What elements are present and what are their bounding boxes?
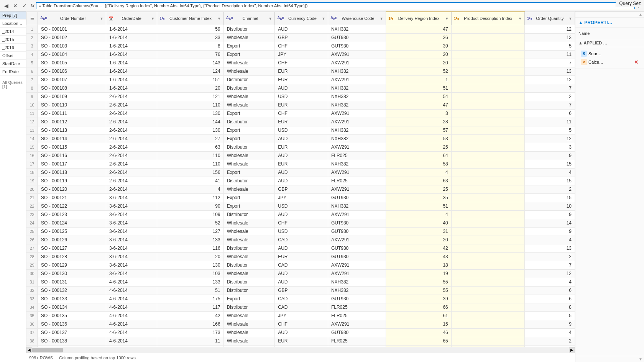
cell-channel: Export [223, 109, 274, 118]
cell-channel: Wholesale [223, 59, 274, 67]
sidebar-item-2014[interactable]: _2014 [0, 28, 26, 36]
table-row: 10SO - 0001102-6-2014110WholesaleEURNXH3… [26, 101, 575, 109]
cancel-button[interactable]: ✕ [11, 1, 20, 10]
scroll-thumb[interactable] [32, 348, 63, 352]
cell-channel: Wholesale [223, 252, 274, 261]
col-filter-ordernumber[interactable]: ▼ [100, 16, 104, 21]
col-header-ordernumber[interactable]: Abc OrderNumber ▼ [38, 12, 106, 25]
applied-step-source[interactable]: S Sour… [578, 49, 641, 58]
col-header-customernameindex[interactable]: 1²₃ Customer Name Index ▼ [157, 12, 223, 25]
sidebar-item-offset[interactable]: Offset [0, 52, 26, 60]
cell-customernameindex: 59 [157, 25, 223, 33]
cell-warehousecode: NXH382 [328, 92, 386, 101]
sidebar-item-2015[interactable]: _2015 [0, 36, 26, 44]
row-number: 37 [26, 328, 38, 337]
cell-productdescriptionindex [451, 143, 524, 151]
step-delete-calc[interactable]: ✕ [634, 59, 639, 65]
cell-productdescriptionindex [451, 303, 524, 311]
sidebar-item-2016[interactable]: _2016 [0, 44, 26, 52]
sidebar-item-prep[interactable]: Prep [7] [0, 11, 26, 20]
col-filter-orderquantity[interactable]: ▼ [568, 16, 572, 21]
row-number: 22 [26, 202, 38, 210]
cell-channel: Wholesale [223, 160, 274, 168]
cell-orderquantity: 4 [524, 236, 575, 244]
right-panel-scroll-up[interactable]: ▲ [639, 12, 642, 16]
cell-warehousecode: NXH382 [328, 202, 386, 210]
cell-orderquantity: 5 [524, 126, 575, 134]
sidebar-item-enddate[interactable]: EndDate [0, 68, 26, 76]
cell-warehousecode: FLR025 [328, 337, 386, 345]
table-row: 15SO - 0001152-6-201463DistributorEURAXW… [26, 143, 575, 151]
cell-orderdate: 2-6-2014 [106, 126, 157, 134]
rows-count: 999+ ROWS [29, 355, 53, 360]
col-header-orderquantity[interactable]: 1²₃ Order Quantity ▼ [524, 12, 575, 25]
row-number: 24 [26, 219, 38, 227]
cell-ordernumber: SO - 000108 [38, 84, 106, 92]
applied-step-calc[interactable]: × Calcu… ✕ [578, 58, 641, 66]
horizontal-scrollbar[interactable]: ◀ ▶ [26, 347, 575, 353]
right-panel-scroll-down[interactable]: ▼ [639, 357, 642, 361]
cell-ordernumber: SO - 000128 [38, 252, 106, 261]
cell-orderquantity: 4 [524, 328, 575, 337]
cell-currencycode: CAD [275, 303, 328, 311]
cell-warehousecode: NXH382 [328, 278, 386, 286]
sidebar-item-location[interactable]: Location (CL… [0, 20, 26, 28]
cell-ordernumber: SO - 000104 [38, 50, 106, 59]
cell-ordernumber: SO - 000120 [38, 185, 106, 193]
col-filter-deliveryregionindex[interactable]: ▼ [445, 16, 449, 21]
cell-deliveryregionindex: 63 [386, 177, 452, 185]
table-row: 16SO - 0001162-6-2014110WholesaleAUDFLR0… [26, 151, 575, 160]
cell-orderquantity: 2 [524, 252, 575, 261]
cell-orderquantity: 11 [524, 118, 575, 126]
cell-warehousecode: FLR025 [328, 177, 386, 185]
cell-orderdate: 1-6-2014 [106, 75, 157, 84]
row-number: 17 [26, 160, 38, 168]
collapse-button[interactable]: ◀ [2, 1, 11, 10]
accept-button[interactable]: ✓ [20, 1, 29, 10]
table-row: 19SO - 0001192-6-201441DistributorAUDFLR… [26, 177, 575, 185]
cell-deliveryregionindex: 19 [386, 269, 452, 278]
sidebar-item-startdate[interactable]: StartDate [0, 60, 26, 68]
cell-ordernumber: SO - 000115 [38, 143, 106, 151]
table-row: 20SO - 0001202-6-20144WholesaleGBPAXW291… [26, 185, 575, 193]
cell-channel: Wholesale [223, 269, 274, 278]
cell-currencycode: JPY [275, 311, 328, 320]
cell-deliveryregionindex: 42 [386, 244, 452, 252]
cell-productdescriptionindex [451, 134, 524, 143]
col-header-deliveryregionindex[interactable]: 1²₃ Delivery Region Index ▼ [386, 12, 452, 25]
cell-currencycode: AUD [275, 177, 328, 185]
scroll-left-button[interactable]: ◀ [26, 347, 32, 353]
table-wrapper[interactable]: ☰ Abc OrderNumber ▼ [26, 11, 575, 347]
cell-ordernumber: SO - 000111 [38, 109, 106, 118]
row-number: 18 [26, 168, 38, 177]
col-header-channel[interactable]: Abc Channel ▼ [223, 12, 274, 25]
cell-orderdate: 1-6-2014 [106, 59, 157, 67]
cell-channel: Export [223, 168, 274, 177]
col-filter-customernameindex[interactable]: ▼ [217, 16, 221, 21]
formula-input[interactable] [36, 2, 635, 9]
col-header-warehousecode[interactable]: Abc Warehouse Code ▼ [328, 12, 386, 25]
scroll-right-button[interactable]: ▶ [569, 347, 575, 353]
col-header-currencycode[interactable]: Abc Currency Code ▼ [275, 12, 328, 25]
cell-orderdate: 4-6-2014 [106, 320, 157, 328]
col-filter-orderdate[interactable]: ▼ [151, 16, 154, 21]
col-filter-warehousecode[interactable]: ▼ [380, 16, 383, 21]
col-header-productdescindex[interactable]: 1²₃ Product Description Index ▼ [451, 12, 524, 25]
cell-orderquantity: 10 [524, 202, 575, 210]
cell-ordernumber: SO - 000114 [38, 134, 106, 143]
cell-channel: Wholesale [223, 320, 274, 328]
cell-currencycode: EUR [275, 143, 328, 151]
scroll-track[interactable] [32, 347, 569, 353]
table-row: 21SO - 0001213-6-2014112ExportJPYGUT9303… [26, 193, 575, 202]
col-header-orderdate[interactable]: 📅 OrderDate ▼ [106, 12, 157, 25]
cell-currencycode: CHF [275, 59, 328, 67]
cell-orderdate: 3-6-2014 [106, 210, 157, 219]
cell-orderdate: 3-6-2014 [106, 227, 157, 236]
cell-ordernumber: SO - 000116 [38, 151, 106, 160]
cell-customernameindex: 112 [157, 193, 223, 202]
col-filter-productdescindex[interactable]: ▼ [518, 16, 522, 21]
col-type-icon-channel: Abc [226, 16, 233, 21]
cell-deliveryregionindex: 61 [386, 311, 452, 320]
col-filter-currencycode[interactable]: ▼ [322, 16, 325, 21]
col-filter-channel[interactable]: ▼ [268, 16, 272, 21]
